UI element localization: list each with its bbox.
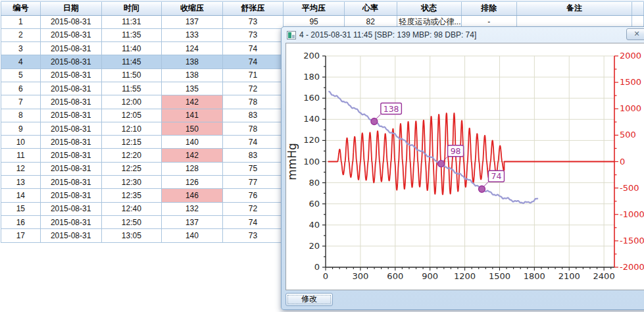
cell-id[interactable]: 12 — [1, 162, 41, 175]
cell-dbp[interactable]: 75 — [222, 162, 284, 175]
cell-time[interactable]: 13:05 — [101, 229, 162, 242]
cell-id[interactable]: 15 — [1, 202, 41, 215]
close-button[interactable]: ✕ — [626, 28, 644, 40]
cell-date[interactable]: 2015-08-31 — [40, 28, 101, 41]
cell-id[interactable]: 11 — [1, 149, 41, 162]
cell-date[interactable]: 2015-08-31 — [40, 229, 101, 242]
cell-time[interactable]: 12:10 — [101, 122, 162, 135]
modify-button[interactable]: 修改 — [285, 293, 333, 306]
cell-time[interactable]: 12:30 — [101, 176, 162, 189]
cell-sbp[interactable]: 135 — [162, 82, 223, 95]
window-titlebar[interactable]: 4 - 2015-08-31 11:45 [SBP: 139 MBP: 98 D… — [285, 28, 644, 41]
column-header-exclude[interactable]: 排除 — [461, 1, 517, 15]
cell-sbp[interactable]: 133 — [162, 28, 223, 41]
cell-date[interactable]: 2015-08-31 — [40, 122, 101, 135]
cell-dbp[interactable]: 72 — [222, 82, 284, 95]
column-header-gutter[interactable] — [632, 1, 644, 15]
cell-time[interactable]: 11:40 — [101, 42, 162, 55]
cell-dbp[interactable]: 73 — [222, 15, 284, 28]
cell-id[interactable]: 10 — [1, 136, 41, 149]
cell-dbp[interactable]: 72 — [222, 202, 284, 215]
cell-id[interactable]: 14 — [1, 189, 41, 202]
cell-sbp[interactable]: 138 — [162, 68, 223, 82]
cell-time[interactable]: 12:20 — [101, 149, 162, 162]
cell-time[interactable]: 11:50 — [101, 68, 162, 82]
cell-sbp[interactable]: 141 — [162, 109, 223, 122]
cell-date[interactable]: 2015-08-31 — [40, 149, 101, 162]
cell-time[interactable]: 12:25 — [101, 162, 162, 175]
column-header-time[interactable]: 时间 — [101, 1, 162, 15]
cell-dbp[interactable]: 74 — [222, 136, 284, 149]
cell-dbp[interactable]: 83 — [222, 109, 284, 122]
cell-sbp[interactable]: 140 — [162, 136, 223, 149]
column-header-mbp[interactable]: 平均压 — [284, 1, 345, 15]
cell-id[interactable]: 8 — [1, 109, 41, 122]
column-header-id[interactable]: 编号 — [1, 1, 41, 15]
cell-id[interactable]: 6 — [1, 82, 41, 95]
column-header-hr[interactable]: 心率 — [344, 1, 397, 15]
cell-dbp[interactable]: 74 — [222, 55, 284, 68]
cell-date[interactable]: 2015-08-31 — [40, 42, 101, 55]
cell-sbp[interactable]: 150 — [162, 122, 223, 135]
cell-date[interactable]: 2015-08-31 — [40, 136, 101, 149]
cell-dbp[interactable]: 83 — [222, 149, 284, 162]
cell-date[interactable]: 2015-08-31 — [40, 55, 101, 68]
cell-time[interactable]: 11:35 — [101, 28, 162, 41]
cell-sbp[interactable]: 137 — [162, 215, 223, 228]
cell-time[interactable]: 12:00 — [101, 95, 162, 109]
cell-time[interactable]: 11:45 — [101, 55, 162, 68]
column-header-sbp[interactable]: 收缩压 — [162, 1, 223, 15]
column-header-note[interactable]: 备注 — [517, 1, 632, 15]
cell-id[interactable]: 7 — [1, 95, 41, 109]
cell-id[interactable]: 5 — [1, 68, 41, 82]
cell-dbp[interactable]: 77 — [222, 176, 284, 189]
cell-date[interactable]: 2015-08-31 — [40, 202, 101, 215]
cell-dbp[interactable]: 71 — [222, 68, 284, 82]
cell-time[interactable]: 12:40 — [101, 202, 162, 215]
cell-sbp[interactable]: 126 — [162, 176, 223, 189]
cell-dbp[interactable]: 76 — [222, 189, 284, 202]
cell-sbp[interactable]: 138 — [162, 55, 223, 68]
cell-date[interactable]: 2015-08-31 — [40, 15, 101, 28]
cell-id[interactable]: 2 — [1, 28, 41, 41]
cell-dbp[interactable]: 78 — [222, 122, 284, 135]
cell-time[interactable]: 11:31 — [101, 15, 162, 28]
cell-id[interactable]: 16 — [1, 215, 41, 228]
column-header-dbp[interactable]: 舒张压 — [222, 1, 284, 15]
cell-id[interactable]: 17 — [1, 229, 41, 242]
cell-time[interactable]: 11:55 — [101, 82, 162, 95]
cell-dbp[interactable]: 73 — [222, 28, 284, 41]
cell-time[interactable]: 12:50 — [101, 215, 162, 228]
cell-time[interactable]: 12:35 — [101, 189, 162, 202]
cell-time[interactable]: 12:15 — [101, 136, 162, 149]
cell-id[interactable]: 4 — [1, 55, 41, 68]
svg-text:-1000: -1000 — [620, 209, 644, 219]
cell-id[interactable]: 1 — [1, 15, 41, 28]
cell-date[interactable]: 2015-08-31 — [40, 215, 101, 228]
cell-sbp[interactable]: 124 — [162, 42, 223, 55]
cell-sbp[interactable]: 142 — [162, 149, 223, 162]
cell-sbp[interactable]: 142 — [162, 95, 223, 109]
cell-date[interactable]: 2015-08-31 — [40, 68, 101, 82]
cell-time[interactable]: 12:05 — [101, 109, 162, 122]
cell-dbp[interactable]: 74 — [222, 215, 284, 228]
cell-sbp[interactable]: 128 — [162, 162, 223, 175]
cell-date[interactable]: 2015-08-31 — [40, 162, 101, 175]
cell-dbp[interactable]: 78 — [222, 95, 284, 109]
cell-date[interactable]: 2015-08-31 — [40, 176, 101, 189]
cell-date[interactable]: 2015-08-31 — [40, 189, 101, 202]
column-header-status[interactable]: 状态 — [397, 1, 461, 15]
cell-id[interactable]: 9 — [1, 122, 41, 135]
column-header-date[interactable]: 日期 — [40, 1, 101, 15]
cell-sbp[interactable]: 137 — [162, 15, 223, 28]
cell-dbp[interactable]: 73 — [222, 229, 284, 242]
cell-dbp[interactable]: 74 — [222, 42, 284, 55]
cell-id[interactable]: 3 — [1, 42, 41, 55]
cell-date[interactable]: 2015-08-31 — [40, 95, 101, 109]
cell-date[interactable]: 2015-08-31 — [40, 109, 101, 122]
cell-sbp[interactable]: 140 — [162, 229, 223, 242]
cell-sbp[interactable]: 132 — [162, 202, 223, 215]
cell-date[interactable]: 2015-08-31 — [40, 82, 101, 95]
cell-id[interactable]: 13 — [1, 176, 41, 189]
cell-sbp[interactable]: 146 — [162, 189, 223, 202]
